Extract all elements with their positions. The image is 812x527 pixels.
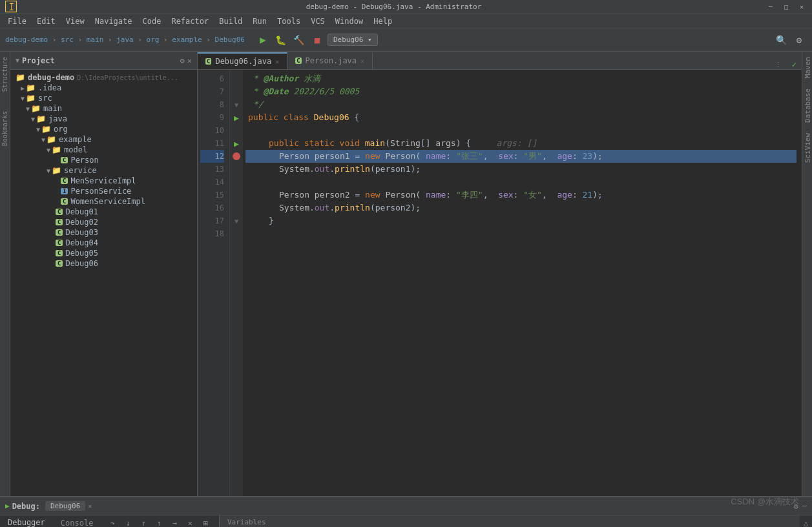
menu-item-edit[interactable]: Edit (32, 16, 61, 27)
tab-debugger[interactable]: Debugger (0, 515, 53, 527)
settings-button[interactable]: ⚙ (791, 32, 807, 48)
tree-debug02[interactable]: C Debug02 (10, 217, 197, 227)
tree-debug01[interactable]: C Debug01 (10, 207, 197, 217)
line12-person-type: Person (385, 150, 415, 163)
debug-config-tab[interactable]: Debug06 (45, 501, 85, 511)
panel-close-icon[interactable]: ✕ (187, 56, 192, 65)
women-service-icon: C (61, 198, 68, 205)
debug-step-out[interactable]: ↑ (137, 517, 150, 527)
bookmarks-label[interactable]: Bookmarks (1, 108, 8, 149)
tree-main[interactable]: ▼ 📁 main (10, 103, 197, 114)
code-editor[interactable]: 6 7 8 9 10 11 12 13 14 15 16 17 18 ▼ (198, 70, 802, 496)
maven-label[interactable]: Maven (802, 52, 812, 83)
sciview-label[interactable]: SciView (802, 128, 812, 168)
menu-item-navigate[interactable]: Navigate (90, 16, 138, 27)
menu-item-help[interactable]: Help (368, 16, 397, 27)
java-folder-icon: 📁 (36, 114, 46, 123)
maximize-button[interactable]: □ (781, 2, 791, 12)
model-label: model (64, 145, 87, 154)
line11-main: main (365, 137, 385, 150)
tree-java[interactable]: ▼ 📁 java (10, 114, 197, 124)
variables-panel: Variables Evaluate expression (Enter) or… (222, 515, 799, 527)
search-everywhere-button[interactable]: 🔍 (773, 32, 789, 48)
line16-system: System (279, 202, 309, 214)
code-content[interactable]: * @Author 水滴 * @Date 2022/6/5 0005 */ pu… (243, 70, 802, 496)
structure-label[interactable]: Structure (1, 54, 8, 94)
tree-men-service[interactable]: C MenServiceImpl (10, 176, 197, 186)
menu-item-tools[interactable]: Tools (272, 16, 306, 27)
tree-idea[interactable]: ▶ 📁 .idea (10, 83, 197, 93)
tab-debug06-close[interactable]: ✕ (275, 58, 279, 65)
tab-actions: ⋮ (769, 61, 787, 69)
fold-icon-17[interactable]: ▼ (234, 218, 238, 225)
debug-evaluate[interactable]: → (168, 517, 181, 527)
org-folder-icon: 📁 (41, 125, 51, 134)
debug-button[interactable]: 🐛 (273, 32, 289, 48)
menu-item-code[interactable]: Code (138, 16, 167, 27)
line15-sex-val: "女" (523, 189, 542, 202)
tab-console[interactable]: Console (53, 516, 101, 527)
code-line-15: Person person2 = new Person( name: "李四",… (248, 189, 796, 202)
tree-debug06[interactable]: C Debug06 (10, 258, 197, 269)
run-arrow-9[interactable]: ▶ (234, 113, 239, 123)
gutter-7 (230, 85, 243, 98)
debug-grid[interactable]: ⊞ (199, 517, 212, 527)
tree-person-service[interactable]: I PersonService (10, 186, 197, 196)
tab-person-close[interactable]: ✕ (360, 57, 364, 65)
gutter-13 (230, 163, 243, 176)
example-label: example (59, 135, 92, 144)
tree-service[interactable]: ▼ 📁 service (10, 165, 197, 176)
tree-person[interactable]: C Person (10, 155, 197, 165)
panel-settings-icon[interactable]: ⚙ (180, 56, 185, 65)
frames-panel: Debugger Console ↷ ↓ ↑ ↑ → ✕ ⊞ ≡ ⊟ (0, 515, 220, 527)
tree-root[interactable]: 📁 debug-demo D:\IdeaProjects\untitle... (10, 72, 197, 83)
build-button[interactable]: 🔨 (291, 32, 307, 48)
line15-colon3: : (572, 189, 583, 202)
menu-item-window[interactable]: Window (330, 16, 368, 27)
line13-system: System (279, 163, 309, 176)
watermark: CSDN @水滴技术 (731, 496, 799, 508)
stop-button[interactable]: ■ (309, 32, 325, 48)
project-panel: ▼ Project ⚙ ✕ 📁 debug-demo D:\IdeaProjec… (10, 52, 198, 496)
menu-item-build[interactable]: Build (214, 16, 247, 27)
debug-step-over[interactable]: ↷ (106, 517, 119, 527)
tab-overflow-icon[interactable]: ⋮ (775, 61, 782, 69)
menu-item-run[interactable]: Run (247, 16, 272, 27)
tab-debug06[interactable]: C Debug06.java ✕ (198, 52, 287, 69)
line12-colon2: : (514, 150, 524, 163)
tree-src[interactable]: ▼ 📁 src (10, 93, 197, 103)
tree-debug04[interactable]: C Debug04 (10, 238, 197, 248)
minimize-button[interactable]: ─ (765, 2, 776, 12)
debug-step-into[interactable]: ↓ (121, 517, 134, 527)
debug-resume[interactable]: ✕ (183, 517, 196, 527)
run-config-selector[interactable]: Debug06 ▾ (328, 34, 378, 46)
menu-item-vcs[interactable]: VCS (306, 16, 330, 27)
tree-model[interactable]: ▼ 📁 model (10, 145, 197, 155)
menu-item-view[interactable]: View (61, 16, 90, 27)
fold-icon-8[interactable]: ▼ (234, 101, 238, 108)
line8-content: */ (248, 98, 263, 111)
debug-run-to-cursor[interactable]: ↑ (152, 517, 165, 527)
database-label[interactable]: Database (802, 83, 812, 128)
side-btn-up1[interactable]: △ (801, 518, 811, 527)
line15-comma1: , (483, 189, 498, 202)
variables-label: Variables (227, 518, 266, 526)
gutter-12 (230, 150, 243, 163)
tab-person[interactable]: C Person.java ✕ (287, 52, 373, 69)
menu-item-file[interactable]: File (3, 16, 32, 27)
tree-debug05[interactable]: C Debug05 (10, 248, 197, 258)
tree-org[interactable]: ▼ 📁 org (10, 124, 197, 134)
debug-minimize-icon[interactable]: ─ (802, 502, 807, 511)
breakpoint-12[interactable] (233, 152, 240, 160)
tree-example[interactable]: ▼ 📁 example (10, 134, 197, 145)
run-arrow-11[interactable]: ▶ (234, 139, 239, 149)
line11-static: static (304, 137, 340, 150)
close-button[interactable]: ✕ (796, 2, 807, 12)
tree-debug03[interactable]: C Debug03 (10, 227, 197, 238)
run-button[interactable]: ▶ (255, 32, 271, 48)
debug-tab-close[interactable]: ✕ (88, 502, 92, 510)
menu-item-refactor[interactable]: Refactor (166, 16, 214, 27)
debug04-label: Debug04 (65, 238, 98, 247)
tree-women-service[interactable]: C WomenServiceImpl (10, 196, 197, 207)
line16-println: println (335, 202, 370, 214)
